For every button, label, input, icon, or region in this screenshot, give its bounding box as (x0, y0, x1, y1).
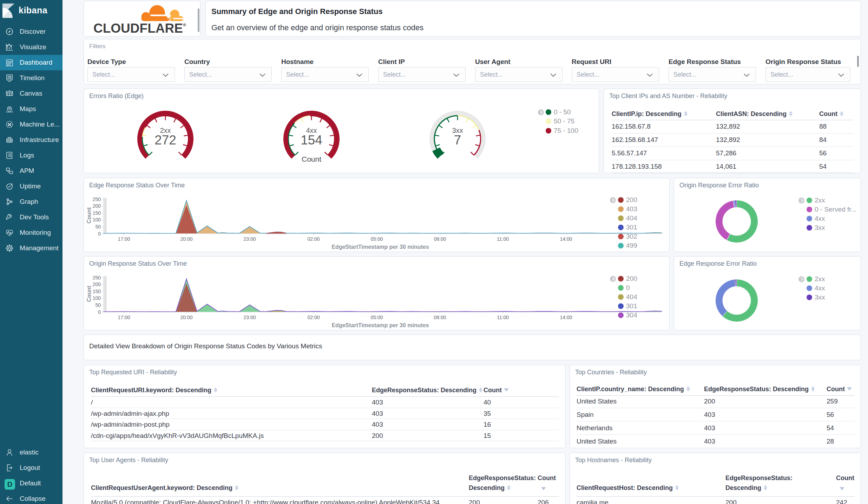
svg-text:14:00: 14:00 (560, 236, 572, 242)
svg-text:11:00: 11:00 (497, 315, 509, 320)
svg-text:D: D (7, 480, 12, 488)
svg-text:250: 250 (93, 275, 101, 280)
svg-text:Count: Count (86, 285, 92, 302)
svg-text:200: 200 (93, 203, 101, 209)
svg-text:100: 100 (93, 295, 101, 301)
svg-text:11:00: 11:00 (497, 236, 509, 242)
svg-text:20:00: 20:00 (180, 315, 192, 320)
svg-text:17:00: 17:00 (118, 236, 130, 242)
svg-text:200: 200 (93, 282, 101, 287)
svg-text:17:00: 17:00 (118, 315, 130, 320)
svg-text:50: 50 (95, 302, 101, 308)
svg-text:154: 154 (301, 133, 322, 147)
svg-text:0: 0 (98, 231, 101, 237)
svg-text:14:00: 14:00 (560, 315, 572, 320)
svg-text:Count: Count (86, 207, 92, 224)
svg-text:150: 150 (93, 210, 101, 216)
svg-text:02:00: 02:00 (307, 236, 320, 242)
svg-text:20:00: 20:00 (180, 236, 192, 242)
svg-text:Count: Count (302, 155, 321, 163)
svg-text:272: 272 (154, 133, 176, 147)
svg-text:150: 150 (93, 289, 101, 294)
svg-text:0: 0 (98, 309, 101, 315)
svg-text:05:00: 05:00 (370, 315, 383, 320)
svg-text:08:00: 08:00 (434, 315, 446, 320)
svg-text:05:00: 05:00 (370, 236, 383, 242)
svg-text:23:00: 23:00 (243, 236, 256, 242)
svg-text:EdgeStartTimestamp per 30 minu: EdgeStartTimestamp per 30 minutes (331, 322, 429, 328)
svg-text:7: 7 (454, 133, 461, 147)
svg-text:EdgeStartTimestamp per 30 minu: EdgeStartTimestamp per 30 minutes (331, 244, 429, 250)
svg-text:250: 250 (93, 196, 101, 202)
svg-text:23:00: 23:00 (243, 315, 256, 320)
svg-text:08:00: 08:00 (434, 236, 446, 242)
svg-text:02:00: 02:00 (307, 315, 320, 320)
svg-text:100: 100 (93, 217, 101, 222)
svg-text:50: 50 (95, 224, 101, 230)
